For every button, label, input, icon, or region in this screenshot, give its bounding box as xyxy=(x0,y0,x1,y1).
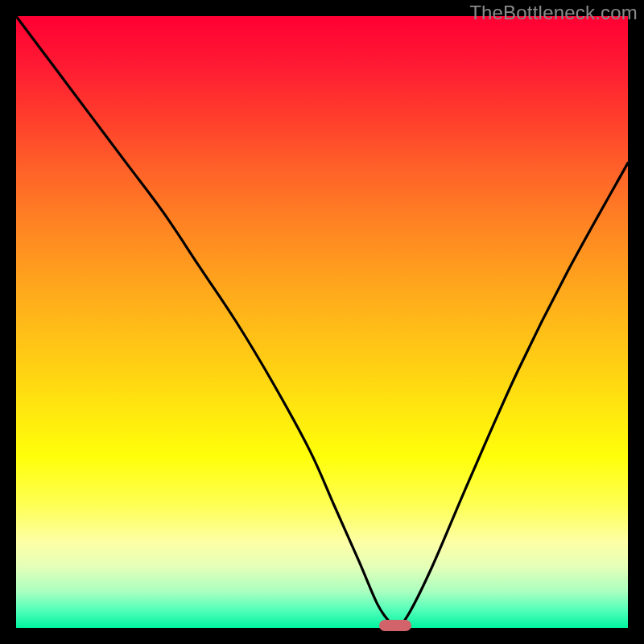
curve-svg xyxy=(16,16,628,628)
plot-area xyxy=(16,16,628,628)
chart-frame: TheBottleneck.com xyxy=(0,0,644,644)
bottleneck-curve xyxy=(16,16,628,628)
watermark-text: TheBottleneck.com xyxy=(469,2,638,24)
min-marker xyxy=(379,620,411,631)
